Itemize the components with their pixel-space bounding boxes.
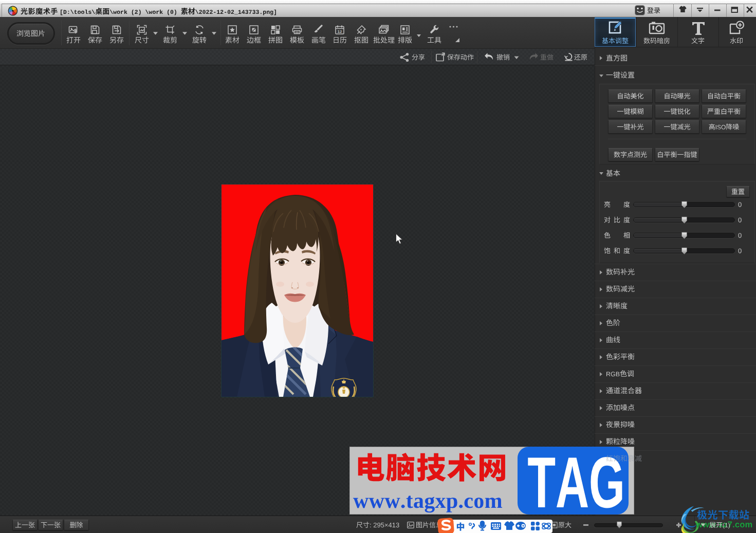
svg-text:12: 12 (338, 29, 342, 34)
